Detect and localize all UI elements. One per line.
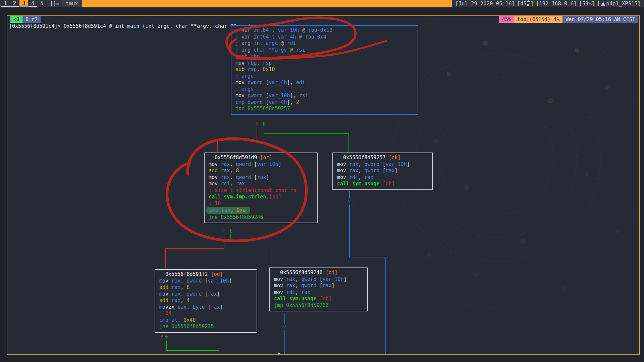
asm-line: mov rax, qword [rax] [337, 168, 431, 174]
asm-line: cmp rax, 0xa [206, 207, 250, 214]
asm-line: call sym.usage;[oh] [274, 296, 366, 302]
asm-line: jne 0x5556f8d59235 [159, 323, 255, 330]
asm-line: mov rax, qword [rax] [209, 174, 316, 181]
asm-line: ; 10 [209, 200, 316, 207]
asm-line: add rax, 8 [209, 168, 316, 174]
asm-line: mov rdi, rax [209, 181, 316, 187]
asm-line: ; var int64_t var_10h @ rbp-0x10 [235, 27, 416, 34]
basic-block-entry[interactable]: ; var int64_t var_10h @ rbp-0x10; var in… [231, 25, 418, 115]
asm-line: mov rax, qword [var_10h] [209, 161, 316, 168]
asm-line: add rax, 8 [159, 284, 255, 291]
asm-line: 0x5556f8d591d9 [oc] [209, 155, 316, 161]
asm-line: jne 0x5556f8d59246 [209, 214, 316, 221]
asm-line: jne 0x5556f8d59257 [235, 106, 416, 112]
asm-line: ; arg int argc @ rdi [235, 40, 416, 47]
asm-line: mov qword [var_10h], rsi [235, 93, 416, 99]
asm-line: 0x5556f8d59257 [ok] [337, 155, 431, 161]
asm-line: call sym.imp.strlen;[ob] [209, 194, 316, 200]
asm-line: 0x5556f8d591f2 [od] [159, 271, 255, 278]
asm-line: mov rax, qword [var_10h] [337, 161, 431, 168]
asm-line: mov dword [var_4h], edi [235, 79, 416, 86]
graph-canvas[interactable]: ; var int64_t var_10h @ rbp-0x10; var in… [0, 0, 644, 362]
asm-line: mov rdi, rax [337, 174, 431, 181]
asm-line: ; size_t strlen(const char *s [209, 187, 316, 194]
asm-line: ; var int64_t var_4h @ rbp-0x4 [235, 34, 416, 41]
asm-line: mov rax, qword [rax] [159, 291, 255, 298]
basic-block-ok[interactable]: 0x5556f8d59257 [ok]mov rax, qword [var_1… [332, 153, 433, 190]
asm-line: cmp al, 0x40 [159, 317, 255, 324]
asm-line: mov rax, qword [var_10h] [274, 276, 366, 283]
asm-line: ; arg char **argv @ rsi [235, 47, 416, 54]
asm-line: add rax, 4 [159, 297, 255, 304]
asm-line: mov rax, qword [rax] [274, 283, 366, 289]
basic-block-od[interactable]: 0x5556f8d591f2 [od]mov rax, qword [var_1… [155, 269, 257, 333]
screen: 1 2 3 4 5 []= tmux [Jul 29 2020 05:16] [… [0, 0, 644, 362]
asm-line: 0x5556f8d59246 [oj] [274, 269, 366, 276]
asm-line: ; argc [235, 73, 416, 80]
asm-line: cmp dword [var_4h], 2 [235, 99, 416, 106]
asm-line: jmp 0x5556f8d59266 [274, 302, 366, 309]
asm-line: call sym.usage;[oh] [337, 181, 431, 187]
asm-line: ; 64 [159, 310, 255, 317]
asm-line: mov rax, qword [var_10h] [159, 278, 255, 285]
asm-line: sub rsp, 0x10 [235, 66, 416, 73]
asm-line: ; argv [235, 86, 416, 93]
asm-line: movzx eax, byte [rax] [159, 304, 255, 311]
asm-line: push rbp [235, 53, 416, 60]
asm-line: mov rbp, rsp [235, 60, 416, 67]
asm-line: mov rdi, rax [274, 289, 366, 296]
cursor-mark [278, 353, 280, 354]
basic-block-oc[interactable]: 0x5556f8d591d9 [oc]mov rax, qword [var_1… [204, 153, 318, 223]
basic-block-oj[interactable]: 0x5556f8d59246 [oj]mov rax, qword [var_1… [269, 267, 368, 311]
